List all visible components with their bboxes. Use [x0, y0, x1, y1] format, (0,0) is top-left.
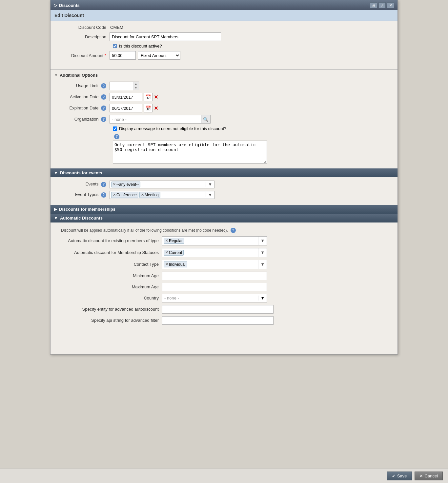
- individual-remove[interactable]: ✕: [165, 262, 168, 266]
- country-value: - none -: [162, 295, 258, 301]
- active-checkbox-row: Is this discount active?: [113, 44, 391, 48]
- member-status-arrow[interactable]: ▼: [258, 248, 267, 257]
- print-button[interactable]: 🖨: [370, 2, 377, 8]
- usage-limit-help-icon[interactable]: ?: [101, 83, 106, 88]
- events-section-toggle[interactable]: ▼ Discounts for events: [51, 168, 397, 177]
- discounts-icon: ▷: [54, 3, 57, 8]
- memberships-section-toggle[interactable]: ▶ Discounts for memberships: [51, 205, 397, 214]
- save-button[interactable]: ✔ Save: [387, 472, 412, 480]
- amount-type-select[interactable]: Fixed Amount Percentage: [138, 51, 180, 60]
- api-string-label: Specify api string for advanced filter: [64, 318, 162, 323]
- activation-date-help-icon[interactable]: ?: [101, 94, 106, 100]
- expiration-date-help-icon[interactable]: ?: [101, 106, 106, 111]
- contact-type-select[interactable]: ✕ Individual ▼: [162, 260, 267, 269]
- expiration-date-label: Expiration Date ?: [57, 106, 110, 111]
- event-types-help-icon[interactable]: ?: [101, 192, 106, 198]
- expand-button[interactable]: ⤢: [378, 2, 386, 8]
- contact-type-inner: ✕ Individual: [162, 260, 258, 269]
- min-age-row: Minimum Age: [64, 272, 384, 280]
- title-bar: ▷ Discounts 🖨 ⤢ ✕: [51, 0, 397, 10]
- any-event-remove[interactable]: ✕: [113, 182, 116, 186]
- auto-discount-help-icon[interactable]: ?: [231, 228, 236, 233]
- events-section-label: Discounts for events: [60, 170, 102, 175]
- usage-limit-spinner: ▲ ▼: [110, 82, 139, 90]
- max-age-row: Maximum Age: [64, 283, 384, 291]
- discounts-for-events-section: ▼ Discounts for events Events ? ✕ --any …: [51, 168, 397, 205]
- current-label: Current: [169, 250, 182, 255]
- activation-calendar-button[interactable]: 📅: [144, 93, 153, 101]
- organization-input[interactable]: [110, 115, 201, 124]
- member-status-select[interactable]: ✕ Current ▼: [162, 248, 267, 257]
- save-label: Save: [397, 473, 407, 478]
- activation-date-row: Activation Date ? 📅 ✕: [57, 93, 391, 101]
- organization-search-button[interactable]: 🔍: [201, 115, 211, 124]
- usage-limit-row: Usage Limit ? ▲ ▼: [57, 82, 391, 90]
- event-types-dropdown-arrow[interactable]: ▼: [206, 192, 214, 197]
- additional-options-toggle[interactable]: ▼ Additional Options: [51, 70, 397, 80]
- spin-up-button[interactable]: ▲: [133, 82, 139, 86]
- organization-help-icon[interactable]: ?: [101, 117, 106, 122]
- meeting-label: Meeting: [145, 193, 159, 197]
- memberships-triangle-icon: ▶: [54, 207, 57, 212]
- contact-type-label: Contact Type: [64, 262, 162, 267]
- close-button[interactable]: ✕: [387, 2, 394, 8]
- display-msg-checkbox[interactable]: [113, 126, 117, 131]
- message-help-icon[interactable]: ?: [114, 134, 119, 139]
- entity-input[interactable]: [162, 305, 274, 314]
- additional-options-label: Additional Options: [60, 73, 98, 78]
- expiration-clear-button[interactable]: ✕: [154, 105, 158, 111]
- activation-clear-button[interactable]: ✕: [154, 94, 158, 100]
- auto-discounts-content: Discount will be applied automatically i…: [51, 222, 397, 335]
- contact-type-arrow[interactable]: ▼: [258, 260, 267, 269]
- api-string-input[interactable]: [162, 316, 274, 325]
- meeting-remove[interactable]: ✕: [141, 193, 144, 197]
- events-help-icon[interactable]: ?: [101, 182, 106, 187]
- organization-input-group: 🔍: [110, 115, 211, 124]
- footer-bar: ✔ Save ✕ Cancel: [0, 469, 448, 483]
- expiration-date-group: 📅 ✕: [110, 104, 158, 112]
- max-age-input[interactable]: [162, 283, 267, 291]
- amount-input[interactable]: [110, 51, 136, 60]
- auto-discounts-section-toggle[interactable]: ▼ Automatic Discounts: [51, 214, 397, 222]
- auto-form: Automatic discount for existing members …: [57, 234, 391, 331]
- cancel-button[interactable]: ✕ Cancel: [415, 472, 443, 480]
- events-section-content: Events ? ✕ --any event-- ▼ Event Typ: [51, 177, 397, 205]
- organization-row: Organization ? 🔍: [57, 115, 391, 124]
- regular-remove[interactable]: ✕: [165, 239, 168, 243]
- event-types-label: Event Types ?: [57, 192, 110, 198]
- message-textarea[interactable]: Only current SPT members are eligible fo…: [113, 141, 267, 164]
- description-input[interactable]: [110, 32, 221, 41]
- title-bar-left: ▷ Discounts: [54, 3, 80, 8]
- member-type-select[interactable]: ✕ Regular ▼: [162, 236, 267, 245]
- member-type-arrow[interactable]: ▼: [258, 237, 267, 245]
- regular-tag: ✕ Regular: [164, 238, 184, 244]
- events-tag-inner: ✕ --any event--: [110, 181, 206, 188]
- active-checkbox[interactable]: [113, 44, 117, 48]
- discounts-for-memberships-section: ▶ Discounts for memberships: [51, 205, 397, 214]
- current-remove[interactable]: ✕: [165, 250, 168, 255]
- any-event-tag: ✕ --any event--: [111, 182, 140, 187]
- title-bar-actions: 🖨 ⤢ ✕: [370, 2, 394, 8]
- activation-date-label: Activation Date ?: [57, 94, 110, 100]
- events-dropdown-arrow[interactable]: ▼: [206, 182, 214, 187]
- conference-label: Conference: [116, 193, 137, 197]
- expiration-date-input[interactable]: [110, 104, 142, 112]
- display-msg-row: Display a message to users not eligible …: [113, 126, 391, 131]
- member-type-row: Automatic discount for existing members …: [64, 236, 384, 245]
- country-dropdown-arrow[interactable]: ▼: [258, 296, 267, 300]
- activation-date-input[interactable]: [110, 93, 142, 101]
- entity-label: Specify entity for advanced autodiscount: [64, 307, 162, 312]
- event-types-tag-select[interactable]: ✕ Conference ✕ Meeting ▼: [110, 191, 214, 199]
- member-type-inner: ✕ Regular: [162, 237, 258, 245]
- current-tag: ✕ Current: [164, 250, 184, 256]
- automatic-discounts-section: ▼ Automatic Discounts Discount will be a…: [51, 214, 397, 335]
- expiration-calendar-button[interactable]: 📅: [144, 104, 153, 112]
- save-icon: ✔: [392, 473, 396, 478]
- discount-amount-controls: Fixed Amount Percentage: [110, 51, 180, 60]
- usage-limit-input[interactable]: [110, 82, 133, 90]
- conference-remove[interactable]: ✕: [113, 193, 116, 197]
- events-tag-select[interactable]: ✕ --any event-- ▼: [110, 181, 214, 188]
- min-age-input[interactable]: [162, 272, 267, 280]
- spin-down-button[interactable]: ▼: [133, 86, 139, 90]
- additional-options-content: Usage Limit ? ▲ ▼ Activation Date ?: [51, 80, 397, 168]
